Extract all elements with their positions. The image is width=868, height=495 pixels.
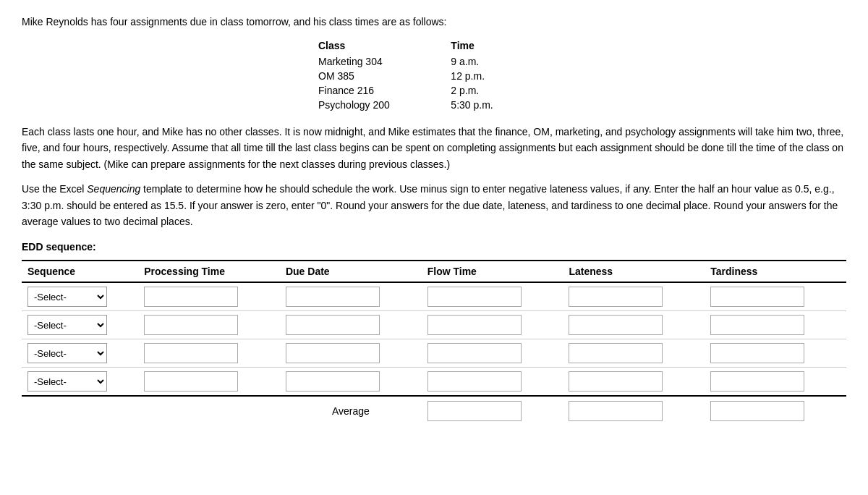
lateness-input[interactable]	[569, 343, 663, 363]
instruction-paragraph: Use the Excel Sequencing template to det…	[22, 181, 846, 229]
table-row: -Select-Marketing 304OM 385Finance 216Ps…	[22, 339, 846, 368]
class-name-cell: OM 385	[318, 69, 451, 83]
header-lateness: Lateness	[563, 261, 705, 282]
edd-section: EDD sequence: Sequence Processing Time D…	[22, 241, 846, 426]
class-row: Marketing 3049 a.m.	[318, 54, 550, 69]
edd-table: Sequence Processing Time Due Date Flow T…	[22, 260, 846, 426]
class-time-cell: 12 p.m.	[451, 69, 550, 83]
average-label-cell	[22, 396, 138, 426]
edd-section-title: EDD sequence:	[22, 241, 846, 253]
class-row: Finance 2162 p.m.	[318, 83, 550, 98]
due-date-cell[interactable]	[280, 368, 422, 397]
processing-time-cell[interactable]	[138, 368, 280, 397]
processing-time-cell[interactable]	[138, 282, 280, 311]
due-date-input[interactable]	[286, 343, 380, 363]
average-tardiness-input[interactable]	[710, 401, 804, 421]
average-flow-time-input-cell[interactable]	[422, 396, 563, 426]
header-processing-time: Processing Time	[138, 261, 280, 282]
sequence-select[interactable]: -Select-Marketing 304OM 385Finance 216Ps…	[27, 371, 107, 392]
sequence-select[interactable]: -Select-Marketing 304OM 385Finance 216Ps…	[27, 343, 107, 363]
lateness-cell[interactable]	[563, 282, 705, 311]
average-label-text: Average	[280, 396, 422, 426]
processing-time-cell[interactable]	[138, 339, 280, 368]
flow-time-input[interactable]	[427, 371, 522, 392]
tardiness-cell[interactable]	[705, 282, 846, 311]
class-row: OM 38512 p.m.	[318, 69, 550, 83]
tardiness-input[interactable]	[710, 343, 804, 363]
intro-paragraph: Mike Reynolds has four assignments due i…	[22, 14, 846, 30]
sequence-cell[interactable]: -Select-Marketing 304OM 385Finance 216Ps…	[22, 368, 138, 397]
due-date-cell[interactable]	[280, 339, 422, 368]
processing-time-cell[interactable]	[138, 311, 280, 339]
processing-time-input[interactable]	[144, 343, 238, 363]
lateness-input[interactable]	[569, 315, 663, 335]
table-row: -Select-Marketing 304OM 385Finance 216Ps…	[22, 282, 846, 311]
sequence-cell[interactable]: -Select-Marketing 304OM 385Finance 216Ps…	[22, 282, 138, 311]
due-date-cell[interactable]	[280, 282, 422, 311]
flow-time-input[interactable]	[427, 287, 522, 307]
lateness-cell[interactable]	[563, 311, 705, 339]
table-row: -Select-Marketing 304OM 385Finance 216Ps…	[22, 368, 846, 397]
processing-time-input[interactable]	[144, 371, 238, 392]
description-paragraph: Each class lasts one hour, and Mike has …	[22, 124, 846, 172]
flow-time-cell[interactable]	[422, 311, 563, 339]
header-flow-time: Flow Time	[422, 261, 563, 282]
flow-time-cell[interactable]	[422, 368, 563, 397]
lateness-input[interactable]	[569, 371, 663, 392]
sequence-cell[interactable]: -Select-Marketing 304OM 385Finance 216Ps…	[22, 311, 138, 339]
table-row: -Select-Marketing 304OM 385Finance 216Ps…	[22, 311, 846, 339]
class-row: Psychology 2005:30 p.m.	[318, 98, 550, 112]
time-col-header: Time	[451, 38, 550, 54]
instruction-prefix: Use the Excel	[22, 183, 87, 195]
average-lateness-input-cell[interactable]	[563, 396, 705, 426]
average-tardiness-input-cell[interactable]	[705, 396, 846, 426]
class-name-cell: Psychology 200	[318, 98, 451, 112]
tardiness-input[interactable]	[710, 371, 804, 392]
flow-time-input[interactable]	[427, 315, 522, 335]
due-date-cell[interactable]	[280, 311, 422, 339]
tardiness-cell[interactable]	[705, 339, 846, 368]
processing-time-input[interactable]	[144, 315, 238, 335]
lateness-cell[interactable]	[563, 368, 705, 397]
lateness-cell[interactable]	[563, 339, 705, 368]
lateness-input[interactable]	[569, 287, 663, 307]
flow-time-cell[interactable]	[422, 339, 563, 368]
instruction-suffix: template to determine how he should sche…	[22, 183, 838, 227]
header-due-date: Due Date	[280, 261, 422, 282]
class-col-header: Class	[318, 38, 451, 54]
class-time-cell: 2 p.m.	[451, 83, 550, 98]
class-schedule-table: Class Time Marketing 3049 a.m.OM 38512 p…	[318, 38, 550, 112]
flow-time-cell[interactable]	[422, 282, 563, 311]
class-time-cell: 5:30 p.m.	[451, 98, 550, 112]
average-processing-empty	[138, 396, 280, 426]
due-date-input[interactable]	[286, 371, 380, 392]
class-table-wrapper: Class Time Marketing 3049 a.m.OM 38512 p…	[22, 38, 846, 112]
header-sequence: Sequence	[22, 261, 138, 282]
tardiness-input[interactable]	[710, 287, 804, 307]
class-name-cell: Finance 216	[318, 83, 451, 98]
sequence-cell[interactable]: -Select-Marketing 304OM 385Finance 216Ps…	[22, 339, 138, 368]
header-tardiness: Tardiness	[705, 261, 846, 282]
due-date-input[interactable]	[286, 287, 380, 307]
average-lateness-input[interactable]	[569, 401, 663, 421]
tardiness-cell[interactable]	[705, 311, 846, 339]
processing-time-input[interactable]	[144, 287, 238, 307]
instruction-italic: Sequencing	[87, 183, 140, 195]
average-row: Average	[22, 396, 846, 426]
sequence-select[interactable]: -Select-Marketing 304OM 385Finance 216Ps…	[27, 315, 107, 335]
due-date-input[interactable]	[286, 315, 380, 335]
tardiness-input[interactable]	[710, 315, 804, 335]
sequence-select[interactable]: -Select-Marketing 304OM 385Finance 216Ps…	[27, 287, 107, 307]
class-time-cell: 9 a.m.	[451, 54, 550, 69]
flow-time-input[interactable]	[427, 343, 522, 363]
average-flow-time-input[interactable]	[427, 401, 522, 421]
tardiness-cell[interactable]	[705, 368, 846, 397]
class-name-cell: Marketing 304	[318, 54, 451, 69]
